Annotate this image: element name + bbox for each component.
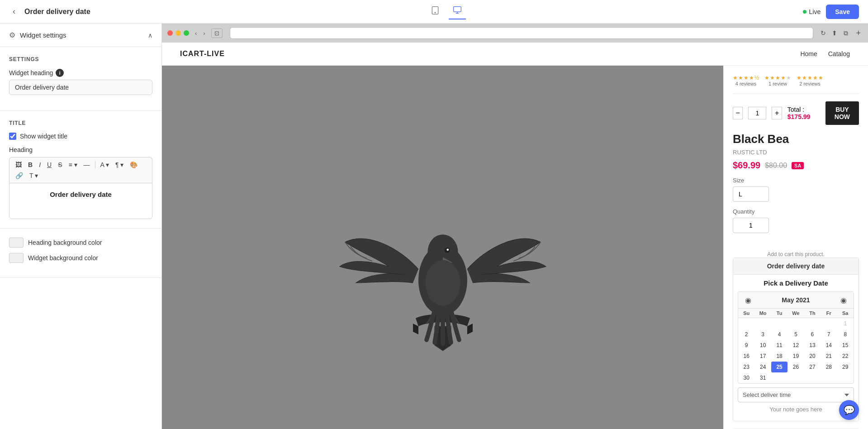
underline-button[interactable]: U	[45, 160, 54, 169]
italic-button[interactable]: I	[37, 160, 43, 169]
reload-button[interactable]: ↻	[821, 29, 826, 37]
calendar-day[interactable]: 11	[771, 340, 787, 351]
calendar-day[interactable]: 3	[754, 329, 771, 340]
save-button[interactable]: Save	[826, 5, 859, 19]
shop-logo: ICART-LIVE	[180, 50, 225, 58]
calendar-day[interactable]: 4	[771, 329, 787, 340]
hr-button[interactable]: —	[81, 160, 92, 169]
calendar-day[interactable]: 21	[821, 351, 837, 362]
collapse-button[interactable]: ∧	[148, 32, 152, 39]
calendar-day[interactable]: 28	[821, 362, 837, 372]
widget-bg-color-swatch[interactable]	[9, 253, 24, 263]
heading-bg-color-swatch[interactable]	[9, 238, 24, 248]
calendar-day[interactable]: 29	[837, 362, 854, 372]
size-select[interactable]: L	[733, 186, 769, 202]
share-button[interactable]: ⬆	[830, 29, 840, 38]
calendar-header: ◉ May 2021 ◉	[738, 292, 854, 309]
calendar-day[interactable]: 22	[837, 351, 854, 362]
bold-button[interactable]: B	[26, 160, 35, 169]
calendar-day[interactable]: 20	[804, 351, 821, 362]
calendar-day[interactable]: 23	[738, 362, 754, 372]
browser-chrome: ‹ › ⊡ ↻ ⬆ ⧉ +	[162, 24, 868, 43]
pick-date-title: Pick a Delivery Date	[738, 279, 854, 287]
text-style-button[interactable]: T ▾	[27, 171, 40, 180]
calendar-day[interactable]: 5	[787, 329, 804, 340]
quantity-label: Quantity	[733, 208, 859, 215]
product-image	[334, 166, 551, 383]
add-tab-button[interactable]: +	[854, 29, 863, 38]
paragraph-button[interactable]: ¶ ▾	[113, 160, 126, 169]
calendar-day[interactable]: 31	[754, 372, 771, 383]
product-title: Black Bea	[733, 132, 859, 146]
chat-bubble[interactable]: 💬	[839, 400, 859, 420]
calendar-day[interactable]: 27	[804, 362, 821, 372]
calendar-day[interactable]: 30	[738, 372, 754, 383]
prev-month-button[interactable]: ◉	[743, 295, 754, 305]
nav-link-home[interactable]: Home	[800, 50, 817, 58]
calendar-day[interactable]: 17	[754, 351, 771, 362]
calendar-day[interactable]: 19	[787, 351, 804, 362]
next-month-button[interactable]: ◉	[838, 295, 849, 305]
add-to-cart-note: Add to cart this product.	[733, 251, 859, 257]
browser-back-button[interactable]: ‹	[193, 29, 199, 38]
calendar-day[interactable]: 16	[738, 351, 754, 362]
calendar-day[interactable]: 8	[837, 329, 854, 340]
svg-point-8	[446, 248, 449, 251]
align-button[interactable]: ≡ ▾	[66, 160, 79, 169]
shop-nav: ICART-LIVE Home Catalog	[162, 43, 868, 66]
browser-actions: ⬆ ⧉	[830, 29, 850, 38]
calendar-day	[771, 318, 787, 329]
calendar-day	[821, 318, 837, 329]
nav-link-catalog[interactable]: Catalog	[828, 50, 850, 58]
sale-badge: SA	[792, 162, 804, 169]
insert-image-button[interactable]: 🖼	[13, 160, 24, 169]
rich-content-area[interactable]: Order delivery date	[9, 183, 152, 219]
calendar-day[interactable]: 18	[771, 351, 787, 362]
calendar-day[interactable]: 14	[821, 340, 837, 351]
quantity-field[interactable]	[733, 218, 769, 233]
back-button[interactable]: ‹	[9, 5, 19, 18]
maximize-traffic-light[interactable]	[184, 30, 189, 36]
desktop-view-button[interactable]	[449, 4, 466, 19]
calendar-day[interactable]: 25	[771, 362, 787, 372]
size-label: Size	[733, 177, 859, 184]
calendar-day[interactable]: 12	[787, 340, 804, 351]
calendar-day[interactable]: 1	[837, 318, 854, 329]
widget-settings-header-left: ⚙ Widget settings	[9, 31, 66, 39]
calendar-day[interactable]: 9	[738, 340, 754, 351]
rich-content-text: Order delivery date	[50, 191, 112, 198]
increment-button[interactable]: +	[772, 107, 782, 119]
widget-heading-field: Widget heading i	[9, 69, 152, 95]
heading-bg-color-label: Heading background color	[28, 239, 102, 246]
calendar-day[interactable]: 6	[804, 329, 821, 340]
deliver-time-select[interactable]: Select deliver time	[738, 387, 854, 402]
page-title: Order delivery date	[24, 8, 90, 16]
strikethrough-button[interactable]: S	[56, 160, 64, 169]
duplicate-button[interactable]: ⧉	[841, 29, 850, 38]
fill-color-button[interactable]: 🎨	[128, 160, 140, 169]
calendar-days-of-week: Su Mo Tu We Th Fr Sa	[738, 309, 854, 318]
minimize-traffic-light[interactable]	[175, 30, 181, 36]
calendar-day[interactable]: 26	[787, 362, 804, 372]
font-color-button[interactable]: A ▾	[98, 160, 111, 169]
calendar-day[interactable]: 2	[738, 329, 754, 340]
calendar-day[interactable]: 15	[837, 340, 854, 351]
decrement-button[interactable]: −	[733, 107, 743, 119]
widget-heading-input[interactable]	[9, 80, 152, 95]
calendar-day	[754, 318, 771, 329]
dow-fr: Fr	[821, 309, 837, 318]
buy-now-button[interactable]: BUY NOW	[825, 101, 859, 125]
brand-name: RUSTIC LTD	[733, 149, 859, 156]
calendar-day[interactable]: 10	[754, 340, 771, 351]
address-bar[interactable]	[230, 27, 814, 39]
link-button[interactable]: 🔗	[13, 171, 25, 180]
calendar-day[interactable]: 13	[804, 340, 821, 351]
calendar-day[interactable]: 7	[821, 329, 837, 340]
close-traffic-light[interactable]	[167, 30, 173, 36]
browser-forward-button[interactable]: ›	[201, 29, 207, 38]
quantity-input[interactable]	[748, 107, 766, 119]
calendar-day[interactable]: 24	[754, 362, 771, 372]
tablet-view-button[interactable]	[427, 4, 443, 19]
show-widget-title-checkbox[interactable]	[9, 133, 16, 140]
browser-window-button[interactable]: ⊡	[211, 29, 223, 38]
